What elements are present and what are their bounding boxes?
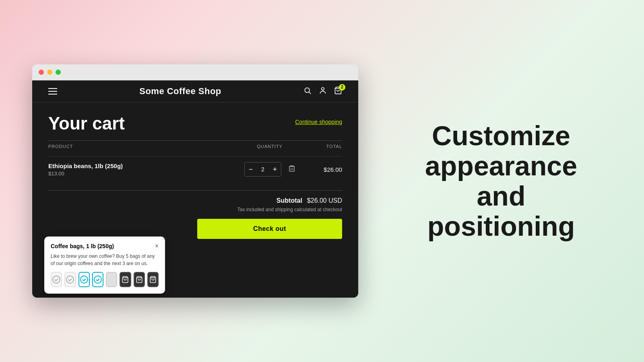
- popup-close-button[interactable]: ×: [155, 243, 159, 249]
- quantity-control: − 2 +: [237, 162, 302, 177]
- cart-item: Ethiopia beans, 1lb (250g) $13.00 − 2 +: [48, 156, 342, 182]
- popup-icon-8[interactable]: [147, 272, 159, 287]
- hamburger-menu-button[interactable]: [48, 88, 57, 95]
- popup-card: Coffee bags, 1 lb (250g) × Like to brew …: [44, 237, 165, 294]
- cart-section: Your cart Continue shopping PRODUCT QUAN…: [32, 103, 358, 227]
- checkout-button[interactable]: Check out: [197, 219, 342, 239]
- maximize-window-button[interactable]: [56, 70, 61, 75]
- subtotal-label: Subtotal: [277, 197, 302, 204]
- cart-header-row: Your cart Continue shopping: [48, 115, 342, 132]
- cart-title: Your cart: [48, 115, 125, 132]
- popup-header: Coffee bags, 1 lb (250g) ×: [51, 243, 159, 249]
- close-window-button[interactable]: [39, 70, 44, 75]
- quantity-stepper: − 2 +: [244, 162, 281, 177]
- minimize-window-button[interactable]: [47, 70, 52, 75]
- subtotal-amount: $26.00 USD: [307, 197, 342, 204]
- shop-content: Some Coffee Shop 2 Your: [32, 80, 358, 298]
- svg-point-9: [80, 276, 88, 283]
- customize-line1: Customize: [432, 120, 570, 151]
- popup-icon-6[interactable]: [120, 272, 131, 287]
- cart-count-badge: 2: [339, 84, 345, 90]
- tax-note: Tax included and shipping calculated at …: [48, 207, 342, 212]
- right-text-area: Customize appearance and positioning: [390, 121, 612, 241]
- popup-icon-5[interactable]: [106, 272, 117, 287]
- item-product: Ethiopia beans, 1lb (250g) $13.00: [48, 162, 237, 177]
- svg-rect-4: [289, 167, 294, 171]
- customize-text: Customize appearance and positioning: [400, 121, 602, 241]
- svg-point-2: [322, 87, 324, 90]
- shop-header: Some Coffee Shop 2: [32, 80, 358, 103]
- quantity-increase-button[interactable]: +: [269, 162, 281, 176]
- cart-columns: PRODUCT QUANTITY TOTAL: [48, 140, 342, 152]
- svg-line-1: [309, 92, 311, 94]
- quantity-value: 2: [257, 166, 269, 173]
- popup-icon-7[interactable]: [134, 272, 145, 287]
- browser-window: Some Coffee Shop 2 Your: [32, 64, 358, 298]
- browser-titlebar: [32, 64, 358, 80]
- popup-icons-row: [51, 272, 159, 287]
- search-button[interactable]: [303, 86, 312, 97]
- popup-title: Coffee bags, 1 lb (250g): [51, 243, 114, 249]
- popup-icon-2[interactable]: [64, 272, 76, 287]
- product-column-header: PRODUCT: [48, 144, 237, 149]
- subtotal-row: Subtotal $26.00 USD: [48, 197, 342, 204]
- subtotal-section: Subtotal $26.00 USD Tax included and shi…: [48, 190, 342, 212]
- svg-point-10: [94, 276, 101, 283]
- svg-point-7: [53, 276, 60, 283]
- page-wrapper: Some Coffee Shop 2 Your: [0, 0, 644, 362]
- quantity-decrease-button[interactable]: −: [245, 162, 257, 176]
- header-icons: 2: [303, 86, 342, 97]
- item-total: $26.00: [302, 166, 342, 173]
- continue-shopping-link[interactable]: Continue shopping: [295, 119, 342, 125]
- delete-item-button[interactable]: [289, 165, 295, 174]
- popup-icon-1[interactable]: [51, 272, 62, 287]
- customize-line3: positioning: [427, 211, 575, 241]
- item-price: $13.00: [48, 171, 237, 177]
- svg-point-8: [66, 276, 74, 283]
- item-name: Ethiopia beans, 1lb (250g): [48, 162, 237, 169]
- customize-line2: appearance and: [425, 150, 577, 211]
- svg-point-0: [305, 88, 310, 93]
- popup-icon-3[interactable]: [78, 272, 90, 287]
- cart-button[interactable]: 2: [334, 86, 342, 97]
- popup-description: Like to brew your own coffee? Buy 5 bags…: [51, 253, 159, 267]
- quantity-column-header: QUANTITY: [237, 144, 302, 149]
- popup-icon-4[interactable]: [92, 272, 103, 287]
- account-button[interactable]: [319, 86, 327, 97]
- total-column-header: TOTAL: [302, 144, 342, 149]
- shop-title: Some Coffee Shop: [139, 86, 221, 97]
